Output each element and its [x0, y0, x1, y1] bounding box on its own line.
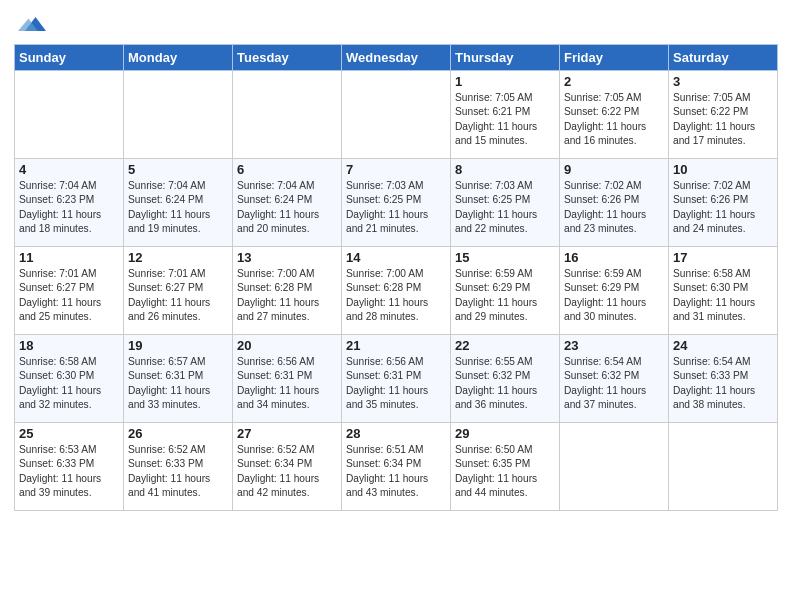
day-info: Sunrise: 7:01 AM Sunset: 6:27 PM Dayligh… [128, 267, 228, 324]
calendar-cell: 13Sunrise: 7:00 AM Sunset: 6:28 PM Dayli… [233, 247, 342, 335]
day-number: 23 [564, 338, 664, 353]
day-info: Sunrise: 6:59 AM Sunset: 6:29 PM Dayligh… [455, 267, 555, 324]
day-number: 25 [19, 426, 119, 441]
calendar-cell: 11Sunrise: 7:01 AM Sunset: 6:27 PM Dayli… [15, 247, 124, 335]
day-number: 26 [128, 426, 228, 441]
day-number: 21 [346, 338, 446, 353]
calendar-week-row: 1Sunrise: 7:05 AM Sunset: 6:21 PM Daylig… [15, 71, 778, 159]
calendar-cell: 14Sunrise: 7:00 AM Sunset: 6:28 PM Dayli… [342, 247, 451, 335]
day-number: 4 [19, 162, 119, 177]
calendar-cell: 3Sunrise: 7:05 AM Sunset: 6:22 PM Daylig… [669, 71, 778, 159]
day-number: 10 [673, 162, 773, 177]
day-number: 8 [455, 162, 555, 177]
weekday-header-thursday: Thursday [451, 45, 560, 71]
calendar-cell: 2Sunrise: 7:05 AM Sunset: 6:22 PM Daylig… [560, 71, 669, 159]
calendar-cell: 21Sunrise: 6:56 AM Sunset: 6:31 PM Dayli… [342, 335, 451, 423]
weekday-header-friday: Friday [560, 45, 669, 71]
day-number: 2 [564, 74, 664, 89]
day-info: Sunrise: 7:05 AM Sunset: 6:22 PM Dayligh… [673, 91, 773, 148]
day-info: Sunrise: 6:58 AM Sunset: 6:30 PM Dayligh… [19, 355, 119, 412]
calendar-cell: 20Sunrise: 6:56 AM Sunset: 6:31 PM Dayli… [233, 335, 342, 423]
day-number: 19 [128, 338, 228, 353]
day-number: 5 [128, 162, 228, 177]
calendar-cell: 26Sunrise: 6:52 AM Sunset: 6:33 PM Dayli… [124, 423, 233, 511]
day-info: Sunrise: 7:03 AM Sunset: 6:25 PM Dayligh… [455, 179, 555, 236]
calendar-week-row: 18Sunrise: 6:58 AM Sunset: 6:30 PM Dayli… [15, 335, 778, 423]
calendar-cell [15, 71, 124, 159]
day-info: Sunrise: 6:51 AM Sunset: 6:34 PM Dayligh… [346, 443, 446, 500]
calendar-week-row: 4Sunrise: 7:04 AM Sunset: 6:23 PM Daylig… [15, 159, 778, 247]
day-number: 9 [564, 162, 664, 177]
calendar-cell: 22Sunrise: 6:55 AM Sunset: 6:32 PM Dayli… [451, 335, 560, 423]
calendar-cell: 1Sunrise: 7:05 AM Sunset: 6:21 PM Daylig… [451, 71, 560, 159]
day-number: 15 [455, 250, 555, 265]
day-info: Sunrise: 6:59 AM Sunset: 6:29 PM Dayligh… [564, 267, 664, 324]
calendar-cell: 24Sunrise: 6:54 AM Sunset: 6:33 PM Dayli… [669, 335, 778, 423]
calendar-cell [669, 423, 778, 511]
calendar-cell: 4Sunrise: 7:04 AM Sunset: 6:23 PM Daylig… [15, 159, 124, 247]
day-info: Sunrise: 6:58 AM Sunset: 6:30 PM Dayligh… [673, 267, 773, 324]
weekday-header-wednesday: Wednesday [342, 45, 451, 71]
calendar-page: SundayMondayTuesdayWednesdayThursdayFrid… [0, 0, 792, 612]
day-number: 17 [673, 250, 773, 265]
weekday-header-monday: Monday [124, 45, 233, 71]
calendar-cell: 23Sunrise: 6:54 AM Sunset: 6:32 PM Dayli… [560, 335, 669, 423]
calendar-cell [124, 71, 233, 159]
calendar-cell [342, 71, 451, 159]
calendar-cell: 12Sunrise: 7:01 AM Sunset: 6:27 PM Dayli… [124, 247, 233, 335]
calendar-cell: 10Sunrise: 7:02 AM Sunset: 6:26 PM Dayli… [669, 159, 778, 247]
day-info: Sunrise: 7:01 AM Sunset: 6:27 PM Dayligh… [19, 267, 119, 324]
day-info: Sunrise: 6:53 AM Sunset: 6:33 PM Dayligh… [19, 443, 119, 500]
day-info: Sunrise: 7:00 AM Sunset: 6:28 PM Dayligh… [237, 267, 337, 324]
day-number: 18 [19, 338, 119, 353]
calendar-cell: 9Sunrise: 7:02 AM Sunset: 6:26 PM Daylig… [560, 159, 669, 247]
weekday-header-row: SundayMondayTuesdayWednesdayThursdayFrid… [15, 45, 778, 71]
day-info: Sunrise: 6:56 AM Sunset: 6:31 PM Dayligh… [346, 355, 446, 412]
day-info: Sunrise: 7:03 AM Sunset: 6:25 PM Dayligh… [346, 179, 446, 236]
weekday-header-saturday: Saturday [669, 45, 778, 71]
calendar-cell: 17Sunrise: 6:58 AM Sunset: 6:30 PM Dayli… [669, 247, 778, 335]
logo-icon [18, 10, 46, 38]
day-info: Sunrise: 6:55 AM Sunset: 6:32 PM Dayligh… [455, 355, 555, 412]
calendar-cell: 18Sunrise: 6:58 AM Sunset: 6:30 PM Dayli… [15, 335, 124, 423]
day-number: 14 [346, 250, 446, 265]
day-number: 22 [455, 338, 555, 353]
day-info: Sunrise: 6:52 AM Sunset: 6:33 PM Dayligh… [128, 443, 228, 500]
page-header [14, 10, 778, 38]
day-number: 6 [237, 162, 337, 177]
day-info: Sunrise: 7:05 AM Sunset: 6:21 PM Dayligh… [455, 91, 555, 148]
day-info: Sunrise: 6:52 AM Sunset: 6:34 PM Dayligh… [237, 443, 337, 500]
calendar-cell: 8Sunrise: 7:03 AM Sunset: 6:25 PM Daylig… [451, 159, 560, 247]
day-info: Sunrise: 7:04 AM Sunset: 6:24 PM Dayligh… [128, 179, 228, 236]
calendar-cell: 28Sunrise: 6:51 AM Sunset: 6:34 PM Dayli… [342, 423, 451, 511]
day-number: 28 [346, 426, 446, 441]
day-info: Sunrise: 7:04 AM Sunset: 6:23 PM Dayligh… [19, 179, 119, 236]
weekday-header-tuesday: Tuesday [233, 45, 342, 71]
calendar-cell [233, 71, 342, 159]
day-number: 24 [673, 338, 773, 353]
calendar-cell: 25Sunrise: 6:53 AM Sunset: 6:33 PM Dayli… [15, 423, 124, 511]
day-number: 3 [673, 74, 773, 89]
day-number: 20 [237, 338, 337, 353]
calendar-cell [560, 423, 669, 511]
day-info: Sunrise: 6:50 AM Sunset: 6:35 PM Dayligh… [455, 443, 555, 500]
day-info: Sunrise: 7:05 AM Sunset: 6:22 PM Dayligh… [564, 91, 664, 148]
day-number: 27 [237, 426, 337, 441]
calendar-cell: 6Sunrise: 7:04 AM Sunset: 6:24 PM Daylig… [233, 159, 342, 247]
day-info: Sunrise: 6:57 AM Sunset: 6:31 PM Dayligh… [128, 355, 228, 412]
day-number: 11 [19, 250, 119, 265]
weekday-header-sunday: Sunday [15, 45, 124, 71]
day-info: Sunrise: 6:54 AM Sunset: 6:33 PM Dayligh… [673, 355, 773, 412]
calendar-cell: 5Sunrise: 7:04 AM Sunset: 6:24 PM Daylig… [124, 159, 233, 247]
calendar-week-row: 25Sunrise: 6:53 AM Sunset: 6:33 PM Dayli… [15, 423, 778, 511]
calendar-cell: 29Sunrise: 6:50 AM Sunset: 6:35 PM Dayli… [451, 423, 560, 511]
calendar-table: SundayMondayTuesdayWednesdayThursdayFrid… [14, 44, 778, 511]
calendar-cell: 16Sunrise: 6:59 AM Sunset: 6:29 PM Dayli… [560, 247, 669, 335]
day-number: 1 [455, 74, 555, 89]
day-info: Sunrise: 7:02 AM Sunset: 6:26 PM Dayligh… [673, 179, 773, 236]
calendar-week-row: 11Sunrise: 7:01 AM Sunset: 6:27 PM Dayli… [15, 247, 778, 335]
day-info: Sunrise: 6:56 AM Sunset: 6:31 PM Dayligh… [237, 355, 337, 412]
day-info: Sunrise: 7:02 AM Sunset: 6:26 PM Dayligh… [564, 179, 664, 236]
day-info: Sunrise: 6:54 AM Sunset: 6:32 PM Dayligh… [564, 355, 664, 412]
day-info: Sunrise: 7:00 AM Sunset: 6:28 PM Dayligh… [346, 267, 446, 324]
